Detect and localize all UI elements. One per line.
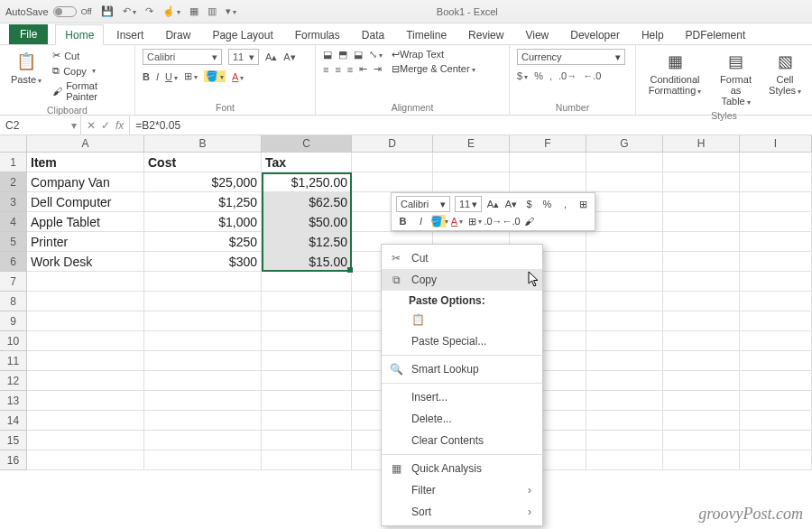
cell-styles-button[interactable]: ▧Cell Styles xyxy=(765,49,805,97)
mini-dec-font-icon[interactable]: A▾ xyxy=(504,198,518,210)
row-header[interactable]: 11 xyxy=(0,351,27,371)
tab-home[interactable]: Home xyxy=(55,24,104,45)
font-size-select[interactable]: 11▾ xyxy=(228,49,259,65)
cell[interactable] xyxy=(586,351,663,371)
cell[interactable] xyxy=(352,153,433,172)
row-header[interactable]: 8 xyxy=(0,292,27,311)
cell[interactable] xyxy=(586,431,663,450)
cell[interactable] xyxy=(144,431,262,450)
mini-percent-icon[interactable]: % xyxy=(540,198,554,210)
ctx-copy[interactable]: ⧉Copy xyxy=(382,269,542,291)
qat-overflow-icon[interactable]: ▾ xyxy=(226,5,236,17)
cell[interactable] xyxy=(663,252,740,272)
qat-icon-1[interactable]: ▦ xyxy=(189,5,198,17)
save-icon[interactable]: 💾 xyxy=(101,5,114,17)
cell[interactable] xyxy=(510,172,586,192)
cell[interactable] xyxy=(663,450,740,470)
number-format-select[interactable]: Currency▾ xyxy=(517,49,625,65)
mini-painter-icon[interactable]: 🖌 xyxy=(522,215,536,227)
border-button[interactable]: ⊞ xyxy=(184,70,198,82)
align-right-icon[interactable]: ≡ xyxy=(347,64,353,75)
wrap-text-button[interactable]: ↩Wrap Text xyxy=(392,49,475,60)
cell[interactable] xyxy=(433,172,510,192)
tab-help[interactable]: Help xyxy=(632,25,673,44)
cell[interactable] xyxy=(663,232,740,252)
ctx-paste-special[interactable]: Paste Special... xyxy=(382,330,542,352)
font-color-button[interactable]: A xyxy=(232,71,244,82)
col-header[interactable]: C xyxy=(262,135,352,153)
cell[interactable] xyxy=(663,331,740,351)
cell[interactable] xyxy=(27,450,144,470)
cell[interactable] xyxy=(27,411,144,431)
cell[interactable] xyxy=(740,232,812,252)
underline-button[interactable]: U xyxy=(165,71,178,82)
fill-color-button[interactable]: 🪣 xyxy=(204,70,226,82)
format-as-table-button[interactable]: ▤Format as Table xyxy=(712,49,760,108)
ctx-quick-analysis[interactable]: ▦Quick Analysis xyxy=(382,458,542,479)
cell[interactable] xyxy=(740,292,812,311)
mini-border2-icon[interactable]: ⊞ xyxy=(468,215,482,227)
cell[interactable] xyxy=(144,351,262,371)
cell[interactable]: $12.50 xyxy=(262,232,352,252)
indent-inc-icon[interactable]: ⇥ xyxy=(374,63,382,75)
cell[interactable]: Item xyxy=(27,153,144,172)
cell[interactable] xyxy=(586,153,663,172)
cell[interactable] xyxy=(740,431,812,450)
ctx-smart-lookup[interactable]: 🔍Smart Lookup xyxy=(382,358,542,380)
cell[interactable] xyxy=(663,153,740,172)
cell[interactable] xyxy=(262,391,352,411)
cell[interactable] xyxy=(433,153,510,172)
cell[interactable] xyxy=(586,232,663,252)
row-header[interactable]: 7 xyxy=(0,272,27,292)
cell[interactable] xyxy=(586,391,663,411)
orientation-icon[interactable]: ⤡ xyxy=(369,49,383,60)
cell[interactable] xyxy=(663,292,740,311)
cell[interactable] xyxy=(740,212,812,232)
cell[interactable] xyxy=(663,351,740,371)
ctx-delete[interactable]: Delete... xyxy=(382,408,542,430)
tab-review[interactable]: Review xyxy=(459,25,512,44)
tab-timeline[interactable]: Timeline xyxy=(397,25,456,44)
name-box[interactable]: C2▾ xyxy=(0,116,81,135)
cell[interactable] xyxy=(262,311,352,331)
align-top-icon[interactable]: ⬓ xyxy=(323,49,332,60)
row-header[interactable]: 9 xyxy=(0,311,27,331)
row-header[interactable]: 3 xyxy=(0,192,27,212)
row-header[interactable]: 16 xyxy=(0,450,27,470)
cell[interactable] xyxy=(262,371,352,391)
touch-mode-icon[interactable]: ☝ xyxy=(162,5,180,17)
cell[interactable] xyxy=(27,331,144,351)
cell[interactable] xyxy=(262,431,352,450)
cell[interactable] xyxy=(740,272,812,292)
row-header[interactable]: 15 xyxy=(0,431,27,450)
tab-file[interactable]: File xyxy=(9,24,48,44)
cell[interactable] xyxy=(663,212,740,232)
conditional-formatting-button[interactable]: ▦Conditional Formatting xyxy=(643,49,706,97)
row-header[interactable]: 1 xyxy=(0,153,27,172)
formula-input[interactable]: =B2*0.05 xyxy=(130,119,812,132)
row-header[interactable]: 5 xyxy=(0,232,27,252)
mini-italic-icon[interactable]: I xyxy=(414,215,428,227)
cell[interactable] xyxy=(144,311,262,331)
cell[interactable]: Work Desk xyxy=(27,252,144,272)
cell[interactable] xyxy=(352,172,433,192)
italic-button[interactable]: I xyxy=(156,71,159,82)
cell[interactable] xyxy=(663,431,740,450)
ctx-insert[interactable]: Insert... xyxy=(382,386,542,408)
row-header[interactable]: 4 xyxy=(0,212,27,232)
cell[interactable] xyxy=(27,391,144,411)
cell[interactable]: $250 xyxy=(144,232,262,252)
cell[interactable] xyxy=(262,292,352,311)
undo-icon[interactable]: ↶ xyxy=(123,5,136,17)
cell[interactable] xyxy=(586,272,663,292)
cell[interactable]: $62.50 xyxy=(262,192,352,212)
row-header[interactable]: 12 xyxy=(0,371,27,391)
cell[interactable]: $1,250 xyxy=(144,192,262,212)
cell[interactable] xyxy=(27,272,144,292)
increase-font-icon[interactable]: A▴ xyxy=(265,51,277,63)
cell[interactable] xyxy=(586,311,663,331)
col-header[interactable]: I xyxy=(740,135,812,153)
comma-icon[interactable]: , xyxy=(549,70,552,81)
mini-font-size[interactable]: 11▾ xyxy=(455,196,482,212)
cell[interactable] xyxy=(740,411,812,431)
